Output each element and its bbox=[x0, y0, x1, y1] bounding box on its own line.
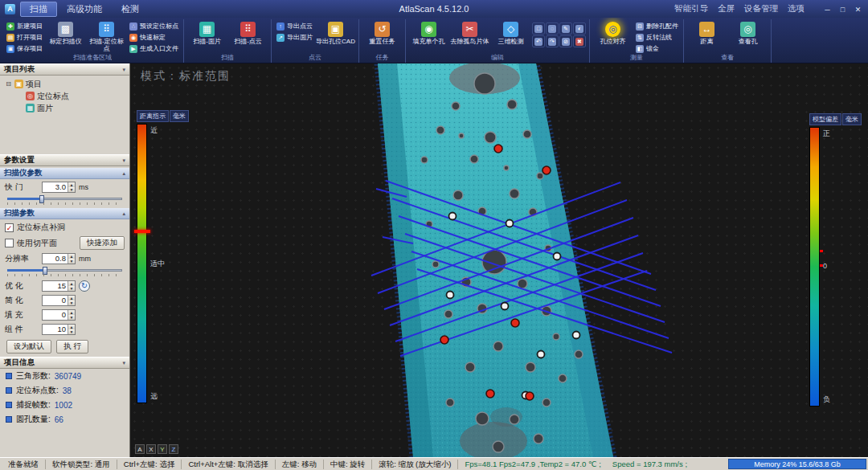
ribbon-button-reset-task-icon[interactable]: ↺重置任务 bbox=[362, 20, 402, 47]
close-button[interactable]: ✕ bbox=[851, 3, 865, 15]
smart-guide-button[interactable]: 智能引导 bbox=[674, 3, 708, 14]
ribbon-button-remove-island-icon[interactable]: ✂去除孤岛片体 bbox=[450, 20, 489, 47]
tab-advanced[interactable]: 高级功能 bbox=[57, 2, 112, 17]
axis-button-a[interactable]: A bbox=[135, 444, 145, 454]
3d-scene[interactable] bbox=[130, 63, 868, 457]
tree-item-项目[interactable]: ⊟▣项目 bbox=[2, 78, 128, 90]
markers-icon: ◎ bbox=[26, 92, 35, 100]
ribbon-button-label: 导出面片 bbox=[287, 33, 313, 42]
ribbon-button-fill-hole-icon[interactable]: ◉填充单个孔 bbox=[409, 20, 448, 47]
ribbon-button-quick-calibrate-icon[interactable]: ◉快速标定 bbox=[128, 32, 180, 43]
minimize-button[interactable]: ─ bbox=[821, 3, 834, 15]
axis-button-x[interactable]: X bbox=[146, 444, 156, 454]
memory-bar: Memory 24% 15.6/63.8 Gb bbox=[728, 459, 866, 469]
ribbon-tool-undo-icon[interactable]: ↶ bbox=[532, 35, 545, 47]
scanner-params-header[interactable]: 扫描仪参数 ▴ bbox=[0, 168, 129, 179]
ribbon-button-label: 扫描-点云 bbox=[234, 38, 262, 45]
tree-item-定位标点[interactable]: ◎定位标点 bbox=[2, 90, 128, 102]
ribbon-group: ✚新建项目▤打开项目▣保存项目▩标定扫描仪⠿扫描-定位标点∴预设定位标点◉快速标… bbox=[2, 19, 184, 63]
options-button[interactable]: 选项 bbox=[788, 3, 805, 14]
ribbon-button-calibrate-scanner-icon[interactable]: ▩标定扫描仪 bbox=[46, 20, 85, 47]
scan-pointcloud-icon: ⠿ bbox=[240, 22, 256, 37]
resolution-input[interactable]: 0.8 ▲▼ bbox=[42, 253, 76, 264]
optimize-input[interactable]: 15 ▲▼ bbox=[42, 280, 76, 292]
spinner-arrows[interactable]: ▲▼ bbox=[68, 310, 75, 320]
fullscreen-button[interactable]: 全屏 bbox=[718, 3, 735, 14]
spinner-arrows[interactable]: ▲▼ bbox=[68, 296, 75, 305]
marker-fill-checkbox[interactable]: ✓ bbox=[5, 223, 14, 232]
ribbon-button-preset-markers-icon[interactable]: ∴预设定位标点 bbox=[128, 21, 180, 31]
ribbon-tool-delete-icon[interactable]: ✖ bbox=[573, 35, 586, 47]
shutter-slider[interactable] bbox=[7, 194, 122, 205]
project-info-list: 三角形数:360749定位标点数:38捕捉帧数:1002圆孔数量:66 bbox=[0, 369, 129, 427]
tab-scan[interactable]: 扫描 bbox=[20, 2, 57, 17]
calibrate-scanner-icon: ▩ bbox=[58, 22, 73, 37]
deviation-gauge-unit[interactable]: 毫米 bbox=[842, 113, 862, 125]
axis-button-z[interactable]: Z bbox=[169, 444, 178, 454]
hole-align-icon: ◎ bbox=[605, 22, 620, 37]
run-button[interactable]: 执 行 bbox=[56, 340, 88, 354]
component-input[interactable]: 10 ▲▼ bbox=[42, 324, 76, 335]
fps-temp-readout: Fps=48.1 Fps2=47.9 ,Temp2 = 47.0 ℃ ; bbox=[458, 460, 607, 468]
distance-gauge-unit[interactable]: 毫米 bbox=[170, 110, 189, 122]
3d-viewport[interactable]: 模式：标准范围 距离指示 毫米 近 适中 远 bbox=[130, 63, 868, 457]
ribbon-tool-invert-select-icon[interactable]: ◐ bbox=[573, 22, 586, 35]
ribbon-tool-redo-icon[interactable]: ↷ bbox=[546, 35, 559, 47]
ribbon-button-scan-mesh-icon[interactable]: ▦扫描-面片 bbox=[187, 20, 227, 47]
tab-inspect[interactable]: 检测 bbox=[112, 2, 149, 17]
collapse-icon: ▾ bbox=[122, 67, 125, 73]
ribbon-group-label: 查看 bbox=[684, 53, 771, 62]
project-list-header[interactable]: 项目列表 ▾ bbox=[0, 63, 129, 76]
spinner-arrows[interactable]: ▲▼ bbox=[68, 325, 75, 334]
ribbon-tool-brush-select-icon[interactable]: ✎ bbox=[559, 22, 572, 35]
ribbon-button-label: 填充单个孔 bbox=[413, 38, 445, 45]
scan-params-header[interactable]: 扫描参数 ▴ bbox=[0, 208, 129, 219]
set-default-button[interactable]: 设为默认 bbox=[6, 340, 51, 354]
ribbon-button-view-hole-icon[interactable]: ◎查看孔 bbox=[728, 20, 768, 47]
ribbon-button-distance-icon[interactable]: ↔距离 bbox=[687, 20, 727, 47]
device-manage-button[interactable]: 设备管理 bbox=[744, 3, 778, 14]
open-project-icon: ▤ bbox=[6, 34, 14, 42]
maximize-button[interactable]: □ bbox=[836, 3, 850, 15]
shutter-input[interactable]: 3.0 ▲▼ bbox=[42, 182, 76, 193]
deviation-gauge-title[interactable]: 模型偏差 bbox=[809, 113, 841, 125]
ribbon-button-export-pointcloud-icon[interactable]: ↑导出点云 bbox=[275, 21, 314, 31]
shutter-unit: ms bbox=[79, 183, 88, 191]
ribbon-button-inspect-3d-icon[interactable]: ◇三维检测 bbox=[491, 20, 530, 47]
quick-add-button[interactable]: 快捷添加 bbox=[80, 236, 125, 250]
ribbon-button-flip-normals-icon[interactable]: ⇅反转法线 bbox=[634, 32, 680, 43]
remove-island-icon: ✂ bbox=[462, 22, 477, 37]
resolution-slider[interactable] bbox=[7, 266, 122, 276]
ribbon-tool-lasso-select-icon[interactable]: ◌ bbox=[546, 22, 559, 35]
fill-input[interactable]: 0 ▲▼ bbox=[42, 309, 76, 321]
refresh-icon[interactable]: ↻ bbox=[79, 280, 90, 292]
ribbon-button-hole-align-icon[interactable]: ◎孔位对齐 bbox=[593, 20, 633, 47]
tree-item-label: 面片 bbox=[37, 103, 53, 114]
cut-plane-row: 使用切平面 快捷添加 bbox=[0, 234, 129, 251]
spinner-arrows[interactable]: ▲▼ bbox=[68, 281, 75, 291]
tree-item-面片[interactable]: ▦面片 bbox=[2, 102, 128, 114]
params-panel-header[interactable]: 参数设置 ▾ bbox=[0, 154, 129, 166]
ribbon-button-open-project-icon[interactable]: ▤打开项目 bbox=[5, 32, 44, 43]
ribbon-button-export-cad-icon[interactable]: ▣导出孔位CAD bbox=[316, 20, 355, 47]
info-bullet-icon bbox=[6, 416, 12, 423]
ribbon-toolbar: ✚新建项目▤打开项目▣保存项目▩标定扫描仪⠿扫描-定位标点∴预设定位标点◉快速标… bbox=[0, 18, 868, 63]
simplify-input[interactable]: 0 ▲▼ bbox=[42, 295, 76, 306]
tree-expander[interactable]: ⊟ bbox=[5, 80, 12, 88]
spinner-arrows[interactable]: ▲▼ bbox=[68, 254, 75, 264]
project-info-header[interactable]: 项目信息 ▾ bbox=[0, 357, 129, 369]
ribbon-button-scan-pointcloud-icon[interactable]: ⠿扫描-点云 bbox=[228, 20, 268, 47]
ribbon-button-new-project-icon[interactable]: ✚新建项目 bbox=[5, 21, 44, 31]
info-label: 三角形数: bbox=[16, 370, 51, 382]
simplify-row: 简 化 0 ▲▼ bbox=[0, 292, 129, 307]
cut-plane-checkbox[interactable] bbox=[5, 239, 14, 247]
axis-button-y[interactable]: Y bbox=[158, 444, 167, 454]
ribbon-tool-deselect-icon[interactable]: ⊘ bbox=[559, 35, 572, 47]
ribbon-tool-rect-select-icon[interactable]: □ bbox=[532, 22, 545, 35]
ribbon-button-scan-markers-icon[interactable]: ⠿扫描-定位标点 bbox=[87, 20, 126, 54]
distance-gauge-title[interactable]: 距离指示 bbox=[137, 110, 169, 122]
spinner-arrows[interactable]: ▲▼ bbox=[68, 182, 75, 192]
component-row: 组 件 10 ▲▼ bbox=[0, 321, 129, 336]
ribbon-button-delete-hole-icon[interactable]: ⊟删除孔配件 bbox=[634, 21, 680, 31]
ribbon-button-export-mesh-icon[interactable]: ↗导出面片 bbox=[275, 32, 314, 43]
